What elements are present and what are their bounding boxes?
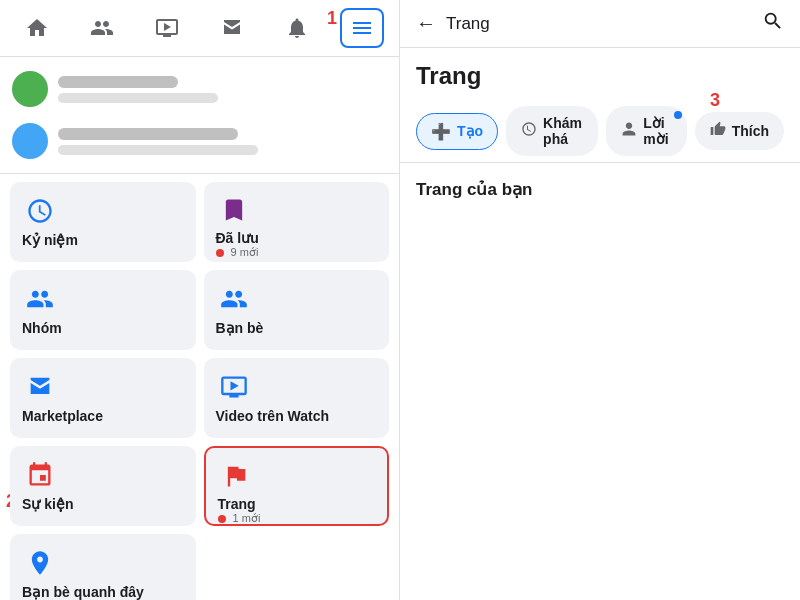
- user-item-1[interactable]: [0, 63, 399, 115]
- bookmark-icon: [216, 196, 252, 224]
- tab-kham-pha[interactable]: Khám phá: [506, 106, 598, 156]
- menu-label-trang: Trang: [218, 496, 256, 512]
- avatar-2: [12, 123, 48, 159]
- shop-icon: [22, 372, 58, 402]
- menu-label-marketplace: Marketplace: [22, 408, 103, 424]
- menu-label-ban-be: Bạn bè: [216, 320, 264, 336]
- menu-item-marketplace[interactable]: Marketplace: [10, 358, 196, 438]
- menu-label-ban-be-quanh-day: Bạn bè quanh đây: [22, 584, 144, 600]
- tab-thich-label: Thích: [732, 123, 769, 139]
- watch-icon[interactable]: [145, 8, 189, 48]
- tab-tao-label: Tạo: [457, 123, 483, 139]
- menu-label-ky-niem: Kỷ niệm: [22, 232, 78, 248]
- menu-item-video[interactable]: Video trên Watch: [204, 358, 390, 438]
- notifications-icon[interactable]: [275, 8, 319, 48]
- user-name-2: [58, 128, 238, 140]
- user-info-1: [58, 76, 387, 103]
- avatar-1: [12, 71, 48, 107]
- back-button[interactable]: ←: [416, 12, 436, 35]
- groups-icon: [22, 284, 58, 314]
- calendar-icon: [22, 460, 58, 490]
- tab-loi-moi[interactable]: Lời mời: [606, 106, 686, 156]
- menu-icon[interactable]: [340, 8, 384, 48]
- tabs-row: 3 ➕ Tạo Khám phá Lời mời Thích: [400, 100, 800, 163]
- left-panel: 1 2 Kỷ niệm: [0, 0, 400, 600]
- right-content: Trang của bạn: [400, 163, 800, 600]
- location-icon: [22, 548, 58, 578]
- annotation-1: 1: [327, 8, 337, 29]
- right-panel: ← Trang Trang 3 ➕ Tạo Khám phá Lời: [400, 0, 800, 600]
- menu-item-su-kien[interactable]: Sự kiện: [10, 446, 196, 526]
- trang-heading: Trang: [400, 48, 800, 100]
- tab-tao[interactable]: ➕ Tạo: [416, 113, 498, 150]
- user-info-2: [58, 128, 387, 155]
- home-icon[interactable]: [15, 8, 59, 48]
- top-nav: 1: [0, 0, 399, 57]
- section-title: Trang của bạn: [416, 180, 532, 199]
- trang-dot: [218, 515, 226, 523]
- right-header: ← Trang: [400, 0, 800, 48]
- menu-label-nhom: Nhóm: [22, 320, 62, 336]
- header-title: Trang: [446, 14, 490, 34]
- trang-badge: 1 mới: [218, 512, 261, 525]
- clock-icon: [22, 196, 58, 226]
- da-luu-badge: 9 mới: [216, 246, 259, 259]
- plus-icon: ➕: [431, 122, 451, 141]
- video-icon: [216, 372, 252, 402]
- user-sub-2: [58, 145, 258, 155]
- menu-label-video: Video trên Watch: [216, 408, 330, 424]
- search-button[interactable]: [762, 10, 784, 37]
- user-item-2[interactable]: [0, 115, 399, 167]
- loi-moi-dot: [674, 111, 682, 119]
- menu-item-nhom[interactable]: Nhóm: [10, 270, 196, 350]
- da-luu-dot: [216, 249, 224, 257]
- people-icon: [216, 284, 252, 314]
- tab-thich[interactable]: Thích: [695, 112, 784, 150]
- menu-grid: 2 Kỷ niệm Đã lưu 9 mới Nhóm: [0, 174, 399, 600]
- user-list: [0, 57, 399, 174]
- tab-kham-pha-label: Khám phá: [543, 115, 583, 147]
- menu-label-su-kien: Sự kiện: [22, 496, 73, 512]
- tab-loi-moi-label: Lời mời: [643, 115, 671, 147]
- menu-label-da-luu: Đã lưu: [216, 230, 259, 246]
- menu-item-ky-niem[interactable]: Kỷ niệm: [10, 182, 196, 262]
- menu-item-ban-be[interactable]: Bạn bè: [204, 270, 390, 350]
- header-left: ← Trang: [416, 12, 490, 35]
- user-name-1: [58, 76, 178, 88]
- like-icon: [710, 121, 726, 141]
- menu-item-trang[interactable]: Trang 1 mới: [204, 446, 390, 526]
- menu-item-ban-be-quanh-day[interactable]: Bạn bè quanh đây: [10, 534, 196, 600]
- annotation-3: 3: [710, 90, 720, 111]
- menu-item-da-luu[interactable]: Đã lưu 9 mới: [204, 182, 390, 262]
- invite-icon: [621, 121, 637, 141]
- marketplace-nav-icon[interactable]: [210, 8, 254, 48]
- discover-icon: [521, 121, 537, 141]
- friends-icon[interactable]: [80, 8, 124, 48]
- user-sub-1: [58, 93, 218, 103]
- flag-icon: [218, 462, 254, 490]
